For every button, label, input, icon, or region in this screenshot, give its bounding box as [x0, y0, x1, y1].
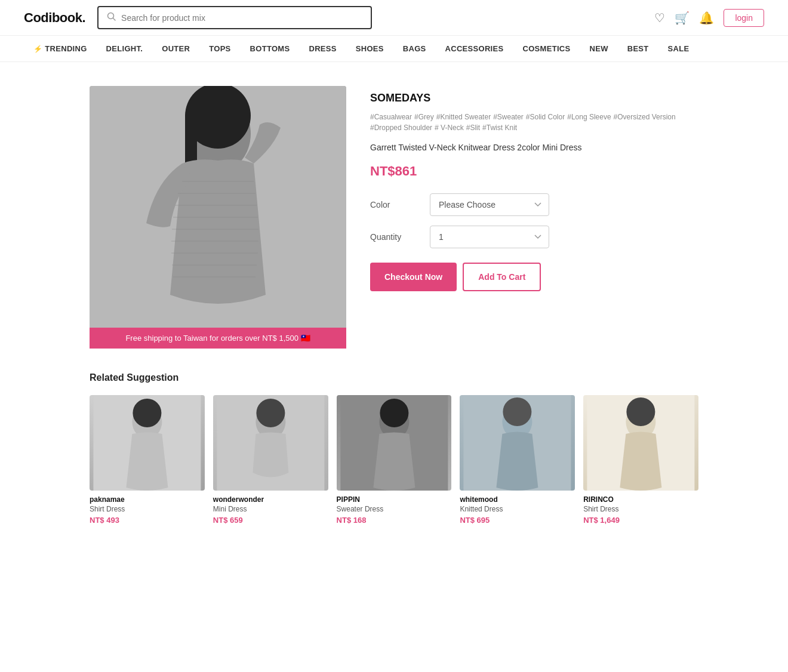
related-brand-0: paknamae [90, 495, 205, 504]
related-item-4[interactable]: RIRINCO Shirt Dress NT$ 1,649 [583, 395, 698, 525]
related-brand-2: PIPPIN [337, 495, 452, 504]
search-input[interactable] [121, 13, 362, 23]
nav-item-sale[interactable]: SALE [658, 36, 699, 61]
product-title: Garrett Twisted V-Neck Knitwear Dress 2c… [370, 141, 698, 154]
header: Codibook. ♡ 🛒 🔔 login [0, 0, 788, 36]
related-image-4 [583, 395, 698, 491]
svg-point-26 [503, 397, 532, 426]
navigation: TRENDING DELIGHT. OUTER TOPS BOTTOMS DRE… [0, 36, 788, 62]
tag-slit[interactable]: #Slit [466, 124, 480, 132]
related-item-0[interactable]: paknamae Shirt Dress NT$ 493 [90, 395, 205, 525]
notification-icon[interactable]: 🔔 [699, 11, 714, 25]
tag-dropped-shoulder[interactable]: #Dropped Shoulder [370, 124, 432, 132]
related-product-name-0: Shirt Dress [90, 505, 205, 513]
product-section: Free shipping to Taiwan for orders over … [90, 86, 698, 349]
related-product-name-3: Knitted Dress [460, 505, 575, 513]
color-select[interactable]: Please Choose [430, 193, 549, 216]
tag-long-sleeve[interactable]: #Long Sleeve [567, 113, 611, 121]
product-image [90, 86, 346, 349]
main-content: Free shipping to Taiwan for orders over … [78, 74, 710, 537]
nav-item-delight[interactable]: DELIGHT. [97, 36, 153, 61]
nav-item-trending[interactable]: TRENDING [24, 36, 97, 61]
tag-solid-color[interactable]: #Solid Color [526, 113, 565, 121]
svg-point-17 [133, 399, 161, 427]
nav-item-tops[interactable]: TOPS [199, 36, 240, 61]
quantity-select[interactable]: 1 2 3 [430, 226, 549, 248]
related-product-name-4: Shirt Dress [583, 505, 698, 513]
svg-point-29 [627, 397, 655, 426]
related-brand-1: wonderwonder [213, 495, 328, 504]
related-price-4: NT$ 1,649 [583, 516, 698, 525]
related-image-2 [337, 395, 452, 491]
related-grid: paknamae Shirt Dress NT$ 493 wonderwonde… [90, 395, 698, 525]
add-to-cart-button[interactable]: Add To Cart [463, 263, 541, 291]
nav-item-bottoms[interactable]: BOTTOMS [241, 36, 300, 61]
svg-line-1 [113, 19, 116, 21]
nav-item-outer[interactable]: OUTER [152, 36, 199, 61]
brand-name: SOMEDAYS [370, 92, 698, 104]
nav-item-new[interactable]: NEW [580, 36, 617, 61]
nav-item-cosmetics[interactable]: COSMETICS [513, 36, 580, 61]
quantity-option-row: Quantity 1 2 3 [370, 226, 698, 248]
related-item-2[interactable]: PIPPIN Sweater Dress NT$ 168 [337, 395, 452, 525]
svg-point-20 [256, 399, 285, 427]
related-item-1[interactable]: wonderwonder Mini Dress NT$ 659 [213, 395, 328, 525]
product-tags: #Casualwear #Grey #Knitted Sweater #Swea… [370, 113, 698, 132]
quantity-label: Quantity [370, 232, 418, 242]
color-option-row: Color Please Choose [370, 193, 698, 216]
search-icon [107, 12, 116, 23]
tag-sweater[interactable]: #Sweater [493, 113, 524, 121]
related-price-2: NT$ 168 [337, 516, 452, 525]
product-info: SOMEDAYS #Casualwear #Grey #Knitted Swea… [370, 86, 698, 349]
nav-item-dress[interactable]: DRESS [299, 36, 346, 61]
product-image-wrap: Free shipping to Taiwan for orders over … [90, 86, 346, 349]
product-price: NT$861 [370, 164, 698, 179]
tag-knitted-sweater[interactable]: #Knitted Sweater [436, 113, 491, 121]
search-bar [97, 6, 372, 29]
related-product-name-1: Mini Dress [213, 505, 328, 513]
related-product-name-2: Sweater Dress [337, 505, 452, 513]
wishlist-icon[interactable]: ♡ [654, 11, 665, 25]
nav-item-bags[interactable]: BAGS [393, 36, 436, 61]
nav-item-best[interactable]: BEST [618, 36, 658, 61]
related-price-0: NT$ 493 [90, 516, 205, 525]
logo: Codibook. [24, 10, 85, 26]
related-image-0 [90, 395, 205, 491]
tag-grey[interactable]: #Grey [414, 113, 434, 121]
tag-oversized[interactable]: #Oversized Version [614, 113, 676, 121]
tag-twist-knit[interactable]: #Twist Knit [482, 124, 517, 132]
nav-item-accessories[interactable]: ACCESSORIES [436, 36, 513, 61]
login-button[interactable]: login [724, 9, 764, 27]
cart-icon[interactable]: 🛒 [675, 11, 690, 25]
related-brand-3: whitemood [460, 495, 575, 504]
svg-point-23 [380, 399, 408, 427]
related-image-1 [213, 395, 328, 491]
nav-item-shoes[interactable]: SHOES [346, 36, 393, 61]
related-price-3: NT$ 695 [460, 516, 575, 525]
related-price-1: NT$ 659 [213, 516, 328, 525]
color-label: Color [370, 200, 418, 209]
shipping-banner: Free shipping to Taiwan for orders over … [90, 328, 346, 349]
checkout-now-button[interactable]: Checkout Now [370, 263, 457, 291]
action-buttons: Checkout Now Add To Cart [370, 263, 698, 291]
related-image-3 [460, 395, 575, 491]
related-brand-4: RIRINCO [583, 495, 698, 504]
related-title: Related Suggestion [90, 372, 698, 383]
related-section: Related Suggestion paknamae Shirt Dress … [90, 372, 698, 525]
header-icons: ♡ 🛒 🔔 login [654, 9, 764, 27]
related-item-3[interactable]: whitemood Knitted Dress NT$ 695 [460, 395, 575, 525]
tag-casualwear[interactable]: #Casualwear [370, 113, 412, 121]
tag-v-neck[interactable]: # V-Neck [435, 124, 464, 132]
